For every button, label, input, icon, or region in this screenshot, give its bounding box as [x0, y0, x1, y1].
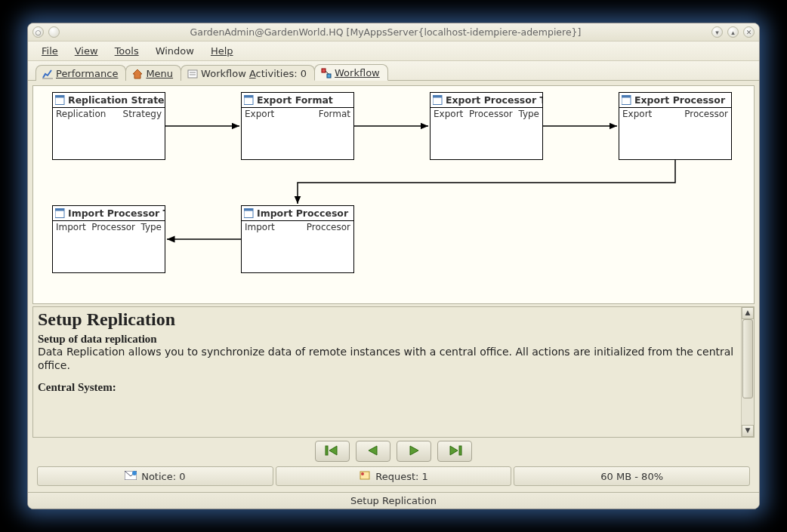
tab-workflow[interactable]: Workflow: [314, 64, 388, 81]
scroll-thumb[interactable]: [742, 319, 753, 398]
window-shade-button[interactable]: [48, 26, 60, 38]
nav-last-button[interactable]: [437, 441, 472, 462]
desc-subtitle: Setup of data replication: [38, 333, 736, 346]
svg-rect-23: [244, 209, 253, 211]
desc-title: Setup Replication: [38, 309, 736, 330]
svg-marker-25: [329, 446, 337, 455]
status-row: Notice: 0 Request: 1 60 MB - 80%: [32, 465, 755, 487]
svg-rect-24: [326, 446, 328, 455]
svg-marker-27: [410, 446, 418, 455]
svg-rect-6: [327, 74, 331, 78]
minimize-button[interactable]: ▾: [711, 26, 723, 38]
menu-window[interactable]: Window: [148, 43, 202, 59]
workflow-node-header: Replication Strate: [53, 93, 165, 108]
workflow-node-header: Export Processor: [619, 93, 731, 108]
menu-help[interactable]: Help: [203, 43, 241, 59]
scroll-up-button[interactable]: ▲: [742, 307, 754, 319]
workflow-node-desc: Export Processor: [619, 108, 731, 159]
workflow-node-title: Export Processor: [634, 94, 725, 106]
workflow-node-export-processor[interactable]: Export ProcessorExport Processor: [619, 92, 732, 160]
status-request[interactable]: Request: 1: [276, 466, 512, 486]
workflow-node-title: Import Processor T: [68, 208, 165, 219]
tab-workflow-activities[interactable]: Workflow Activities: 0: [181, 65, 315, 81]
workflow-node-title: Replication Strate: [68, 94, 165, 106]
workflow-icon: [321, 68, 332, 78]
svg-marker-1: [133, 69, 142, 78]
svg-rect-19: [622, 96, 631, 98]
svg-point-33: [361, 472, 364, 475]
window-icon: [55, 95, 65, 105]
app-window: ○ GardenAdmin@GardenWorld.HQ [MyAppsServ…: [27, 23, 760, 509]
workflow-node-title: Import Proccesor: [257, 208, 348, 219]
close-button[interactable]: ✕: [743, 26, 755, 38]
svg-rect-13: [55, 96, 64, 98]
workflow-node-import-processor-type[interactable]: Import Processor TImport Processor Type: [52, 205, 165, 273]
tab-performance-label: Performance: [56, 68, 118, 79]
menu-file[interactable]: File: [34, 43, 66, 59]
status-memory: 60 MB - 80%: [514, 466, 750, 486]
svg-rect-15: [244, 96, 253, 98]
list-icon: [187, 69, 198, 79]
workflow-node-rep-strategy[interactable]: Replication StrateReplication Strategy: [52, 92, 165, 160]
window-icon: [244, 95, 254, 105]
last-icon: [447, 444, 462, 459]
svg-point-31: [132, 471, 137, 475]
window-icon: [433, 95, 443, 105]
svg-marker-26: [369, 446, 377, 455]
workflow-node-desc: Export Processor Type: [431, 108, 542, 159]
workflow-node-export-format[interactable]: Export FormatExport Format: [241, 92, 354, 160]
mail-icon: [125, 471, 137, 482]
workflow-node-title: Export Processor T: [446, 94, 542, 106]
menu-view[interactable]: View: [67, 43, 106, 59]
scrollbar[interactable]: ▲ ▼: [741, 307, 754, 437]
status-memory-label: 60 MB - 80%: [600, 471, 663, 482]
svg-line-7: [326, 71, 329, 74]
tab-menu[interactable]: Menu: [125, 65, 181, 81]
tab-workflow-label: Workflow: [335, 67, 380, 78]
window-icon: [622, 95, 631, 105]
request-icon: [359, 470, 371, 483]
workflow-node-header: Import Proccesor: [242, 206, 353, 221]
svg-marker-28: [450, 446, 458, 455]
status-notice[interactable]: Notice: 0: [37, 466, 273, 486]
svg-rect-29: [459, 446, 461, 455]
window-icon: [55, 208, 65, 218]
tab-menu-label: Menu: [146, 68, 173, 79]
bottom-status-bar: Setup Replication: [28, 492, 759, 509]
content-pane: Replication StrateReplication StrategyEx…: [28, 81, 759, 492]
svg-rect-2: [188, 70, 197, 78]
tabbar: Performance Menu Workflow Activities: 0 …: [28, 61, 759, 81]
svg-rect-21: [55, 209, 64, 211]
scroll-down-button[interactable]: ▼: [742, 425, 754, 437]
home-icon: [132, 69, 143, 79]
workflow-node-import-proccesor[interactable]: Import ProccesorImport Proccesor: [241, 205, 354, 273]
first-icon: [325, 444, 340, 459]
status-request-label: Request: 1: [375, 471, 428, 482]
status-notice-label: Notice: 0: [141, 471, 185, 482]
next-icon: [406, 444, 421, 459]
nav-prev-button[interactable]: [356, 441, 390, 462]
tab-performance[interactable]: Performance: [35, 65, 126, 81]
nav-next-button[interactable]: [397, 441, 431, 462]
workflow-node-export-processor-type[interactable]: Export Processor TExport Processor Type: [430, 92, 543, 160]
description-panel: Setup Replication Setup of data replicat…: [32, 306, 755, 438]
workflow-node-desc: Export Format: [242, 108, 353, 159]
window-icon: [244, 208, 254, 218]
workflow-canvas[interactable]: Replication StrateReplication StrategyEx…: [32, 85, 755, 304]
menubar: File View Tools Window Help: [28, 42, 759, 61]
workflow-node-header: Export Format: [242, 93, 353, 108]
workflow-node-desc: Import Processor Type: [53, 221, 165, 272]
workflow-node-title: Export Format: [257, 94, 333, 106]
window-title: GardenAdmin@GardenWorld.HQ [MyAppsServer…: [60, 26, 711, 38]
chart-icon: [42, 69, 53, 79]
svg-rect-5: [322, 69, 326, 72]
window-menu-button[interactable]: ○: [32, 26, 44, 38]
bottom-status-label: Setup Replication: [350, 495, 437, 506]
maximize-button[interactable]: ▴: [727, 26, 739, 38]
titlebar: ○ GardenAdmin@GardenWorld.HQ [MyAppsServ…: [28, 23, 759, 42]
workflow-node-header: Import Processor T: [53, 206, 165, 221]
menu-tools[interactable]: Tools: [107, 43, 147, 59]
workflow-node-desc: Import Proccesor: [242, 221, 353, 272]
workflow-node-desc: Replication Strategy: [53, 108, 165, 159]
nav-first-button[interactable]: [315, 441, 350, 462]
